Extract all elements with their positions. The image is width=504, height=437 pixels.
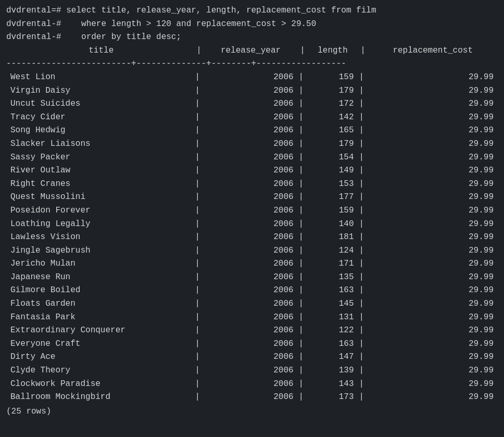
col-header-pipe2: | bbox=[298, 44, 308, 58]
cell-release-year: 2006 bbox=[204, 257, 297, 271]
pipe-2: | bbox=[298, 378, 308, 391]
pipe-1: | bbox=[194, 391, 204, 404]
pipe-1: | bbox=[194, 378, 204, 391]
command-block: dvdrental=# select title, release_year, … bbox=[6, 4, 498, 44]
pipe-1: | bbox=[194, 164, 204, 178]
cell-replacement-cost: 29.99 bbox=[368, 178, 498, 191]
cell-replacement-cost: 29.99 bbox=[368, 284, 498, 297]
table-row: Extraordinary Conquerer|2006|122|29.99 bbox=[6, 324, 498, 338]
pipe-3: | bbox=[358, 297, 368, 311]
cell-title: Gilmore Boiled bbox=[6, 284, 194, 297]
pipe-2: | bbox=[298, 257, 308, 271]
cell-release-year: 2006 bbox=[204, 71, 297, 84]
cell-length: 179 bbox=[307, 84, 358, 98]
pipe-3: | bbox=[358, 151, 368, 165]
table-row: Loathing Legally|2006|140|29.99 bbox=[6, 218, 498, 231]
pipe-1: | bbox=[194, 111, 204, 124]
table-row: Ballroom Mockingbird|2006|173|29.99 bbox=[6, 391, 498, 404]
cell-release-year: 2006 bbox=[204, 218, 297, 231]
cell-length: 177 bbox=[307, 191, 358, 204]
pipe-1: | bbox=[194, 178, 204, 191]
cell-release-year: 2006 bbox=[204, 244, 297, 258]
pipe-1: | bbox=[194, 97, 204, 111]
prompt-2: dvdrental-# bbox=[6, 19, 66, 29]
cell-release-year: 2006 bbox=[204, 204, 297, 218]
pipe-1: | bbox=[194, 71, 204, 84]
pipe-3: | bbox=[358, 378, 368, 391]
pipe-2: | bbox=[298, 391, 308, 404]
cell-length: 171 bbox=[307, 257, 358, 271]
pipe-2: | bbox=[298, 138, 308, 151]
cell-release-year: 2006 bbox=[204, 164, 297, 178]
cell-title: West Lion bbox=[6, 71, 194, 84]
cell-length: 153 bbox=[307, 178, 358, 191]
table-body: West Lion|2006|159|29.99Virgin Daisy|200… bbox=[6, 71, 498, 404]
cell-replacement-cost: 29.99 bbox=[368, 351, 498, 364]
pipe-2: | bbox=[298, 364, 308, 378]
pipe-3: | bbox=[358, 338, 368, 351]
table-row: Japanese Run|2006|135|29.99 bbox=[6, 271, 498, 284]
pipe-1: | bbox=[194, 297, 204, 311]
cell-replacement-cost: 29.99 bbox=[368, 338, 498, 351]
cell-release-year: 2006 bbox=[204, 378, 297, 391]
cell-release-year: 2006 bbox=[204, 191, 297, 204]
cell-replacement-cost: 29.99 bbox=[368, 297, 498, 311]
table-row: Poseidon Forever|2006|159|29.99 bbox=[6, 204, 498, 218]
cell-release-year: 2006 bbox=[204, 297, 297, 311]
pipe-3: | bbox=[358, 244, 368, 258]
table-row: Dirty Ace|2006|147|29.99 bbox=[6, 351, 498, 364]
cell-replacement-cost: 29.99 bbox=[368, 124, 498, 138]
pipe-3: | bbox=[358, 164, 368, 178]
cell-title: Ballroom Mockingbird bbox=[6, 391, 194, 404]
separator-line: -------------------------+--------------… bbox=[6, 57, 498, 71]
pipe-1: | bbox=[194, 124, 204, 138]
pipe-3: | bbox=[358, 364, 368, 378]
table-row: Lawless Vision|2006|181|29.99 bbox=[6, 231, 498, 244]
pipe-3: | bbox=[358, 124, 368, 138]
cmd-3: order by title desc; bbox=[66, 32, 181, 42]
cell-release-year: 2006 bbox=[204, 231, 297, 244]
cell-length: 143 bbox=[307, 378, 358, 391]
pipe-2: | bbox=[298, 284, 308, 297]
pipe-3: | bbox=[358, 218, 368, 231]
table-row: Virgin Daisy|2006|179|29.99 bbox=[6, 84, 498, 98]
pipe-1: | bbox=[194, 324, 204, 338]
pipe-1: | bbox=[194, 204, 204, 218]
pipe-1: | bbox=[194, 138, 204, 151]
cell-release-year: 2006 bbox=[204, 324, 297, 338]
pipe-3: | bbox=[358, 178, 368, 191]
table-row: Fantasia Park|2006|131|29.99 bbox=[6, 311, 498, 324]
pipe-3: | bbox=[358, 204, 368, 218]
cell-title: Clockwork Paradise bbox=[6, 378, 194, 391]
cell-title: Virgin Daisy bbox=[6, 84, 194, 98]
cell-replacement-cost: 29.99 bbox=[368, 164, 498, 178]
table-row: Everyone Craft|2006|163|29.99 bbox=[6, 338, 498, 351]
col-header-length: length bbox=[307, 44, 358, 58]
cell-release-year: 2006 bbox=[204, 271, 297, 284]
cell-replacement-cost: 29.99 bbox=[368, 391, 498, 404]
cell-release-year: 2006 bbox=[204, 138, 297, 151]
cell-length: 147 bbox=[307, 351, 358, 364]
cell-length: 135 bbox=[307, 271, 358, 284]
cell-length: 131 bbox=[307, 311, 358, 324]
cell-title: Extraordinary Conquerer bbox=[6, 324, 194, 338]
pipe-1: | bbox=[194, 151, 204, 165]
table-row: Clockwork Paradise|2006|143|29.99 bbox=[6, 378, 498, 391]
prompt-3: dvdrental-# bbox=[6, 32, 66, 42]
cell-replacement-cost: 29.99 bbox=[368, 191, 498, 204]
cell-release-year: 2006 bbox=[204, 351, 297, 364]
cell-replacement-cost: 29.99 bbox=[368, 324, 498, 338]
cell-title: Slacker Liaisons bbox=[6, 138, 194, 151]
pipe-3: | bbox=[358, 191, 368, 204]
cell-title: Fantasia Park bbox=[6, 311, 194, 324]
cell-length: 124 bbox=[307, 244, 358, 258]
pipe-1: | bbox=[194, 364, 204, 378]
table-row: Song Hedwig|2006|165|29.99 bbox=[6, 124, 498, 138]
cell-length: 163 bbox=[307, 338, 358, 351]
pipe-2: | bbox=[298, 271, 308, 284]
pipe-3: | bbox=[358, 391, 368, 404]
cell-length: 142 bbox=[307, 111, 358, 124]
cell-release-year: 2006 bbox=[204, 311, 297, 324]
terminal: dvdrental=# select title, release_year, … bbox=[6, 4, 498, 418]
cell-replacement-cost: 29.99 bbox=[368, 311, 498, 324]
